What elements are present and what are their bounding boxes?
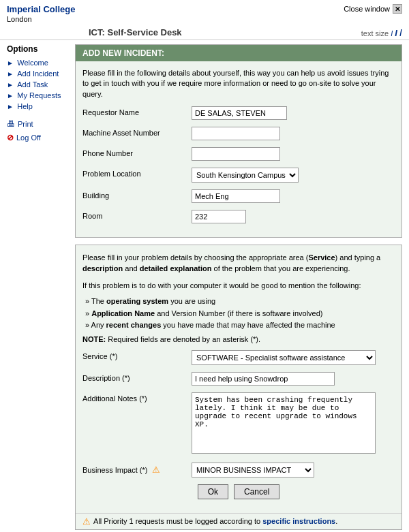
row-room: Room: [82, 210, 395, 223]
building-input[interactable]: [192, 189, 280, 203]
building-control: [192, 189, 395, 203]
bullet-intro-text: If this problem is to do with your compu…: [82, 280, 395, 292]
bullet-app: Application Name and Version Number (if …: [85, 309, 395, 319]
business-impact-select[interactable]: MINOR BUSINESS IMPACT MODERATE BUSINESS …: [192, 463, 314, 478]
arrow-icon-help: ►: [7, 103, 14, 110]
arrow-icon-welcome: ►: [7, 59, 14, 67]
print-item[interactable]: 🖶 Print: [7, 119, 75, 129]
logoff-item[interactable]: ⊘ Log Off: [7, 133, 75, 142]
row-phone-number: Phone Number: [82, 147, 395, 161]
detailed-bold: detailed explanation: [140, 264, 212, 272]
problem-location-label: Problem Location: [82, 168, 192, 178]
sidebar-link-welcome[interactable]: Welcome: [17, 59, 48, 67]
sidebar-item-help[interactable]: ► Help: [7, 101, 75, 111]
description-input[interactable]: [192, 372, 335, 386]
sidebar-link-add-incident[interactable]: Add Incident: [17, 69, 59, 78]
sidebar-item-welcome[interactable]: ► Welcome: [7, 58, 75, 67]
logo-line2: London: [7, 15, 75, 24]
panel-new-incident: ADD NEW INCIDENT: Please fill in the fol…: [75, 44, 402, 238]
panel2-intro: Please fill in your problem details by c…: [82, 252, 395, 275]
requestor-name-control: [192, 106, 395, 120]
phone-number-input[interactable]: [192, 147, 280, 161]
specific-instructions-link[interactable]: specific instructions: [262, 517, 335, 525]
panel-problem-details: Please fill in your problem details by c…: [75, 245, 402, 530]
footer-warning: ⚠ All Priority 1 requests must be logged…: [76, 513, 402, 529]
service-label: Service (*): [82, 350, 192, 360]
text-size-large[interactable]: I: [399, 27, 402, 38]
sidebar-nav: ► Welcome ► Add Incident ► Add Task ► My…: [7, 58, 75, 111]
close-button[interactable]: ✕: [393, 4, 402, 14]
description-control: [192, 372, 395, 386]
building-label: Building: [82, 189, 192, 200]
row-machine-asset: Machine Asset Number: [82, 127, 395, 140]
room-input[interactable]: [192, 210, 246, 223]
changes-bold: recent changes: [106, 321, 162, 329]
footer-warning-icon: ⚠: [82, 516, 91, 527]
note-bold: NOTE:: [82, 335, 106, 343]
logo-line1: Imperial College: [7, 4, 75, 15]
row-building: Building: [82, 189, 395, 203]
sidebar-link-help[interactable]: Help: [17, 102, 33, 110]
close-window-area: Close window ✕: [344, 4, 402, 14]
row-problem-location: Problem Location South Kensington Campus…: [82, 168, 395, 183]
os-bold: operating system: [106, 297, 168, 305]
logoff-link[interactable]: Log Off: [16, 134, 41, 142]
sidebar-extra: 🖶 Print ⊘ Log Off: [7, 119, 75, 142]
panel1-intro: Please fill in the following details abo…: [82, 68, 395, 99]
arrow-icon-add-incident: ►: [7, 70, 14, 78]
ict-label: ICT:: [89, 27, 105, 37]
additional-notes-control: System has been crashing frequently late…: [192, 392, 395, 456]
ict-title-area: ICT: Self-Service Desk: [82, 27, 361, 37]
requestor-name-input[interactable]: [192, 106, 287, 120]
additional-notes-textarea[interactable]: System has been crashing frequently late…: [192, 392, 376, 454]
row-additional-notes: Additional Notes (*) System has been cra…: [82, 392, 395, 456]
service-control: SOFTWARE - Specialist software assistanc…: [192, 350, 395, 365]
requestor-name-label: Requestor Name: [82, 106, 192, 116]
text-size-area: text size I I I: [361, 27, 402, 38]
ict-service-title: Self-Service Desk: [107, 27, 181, 37]
phone-number-control: [192, 147, 395, 161]
problem-location-select[interactable]: South Kensington Campus Hammersmith Camp…: [192, 168, 299, 183]
sidebar-link-my-requests[interactable]: My Requests: [17, 91, 61, 99]
sidebar-item-my-requests[interactable]: ► My Requests: [7, 91, 75, 100]
warning-icon: ⚠: [152, 465, 160, 475]
main-layout: Options ► Welcome ► Add Incident ► Add T…: [0, 40, 409, 532]
machine-asset-control: [192, 127, 395, 140]
sidebar-item-add-incident[interactable]: ► Add Incident: [7, 69, 75, 78]
bullet-os: The operating system you are using: [85, 296, 395, 307]
cancel-button[interactable]: Cancel: [234, 484, 279, 499]
business-impact-label: Business Impact (*) ⚠: [82, 463, 192, 475]
room-label: Room: [82, 210, 192, 220]
room-control: [192, 210, 395, 223]
logo-area: Imperial College London: [7, 4, 75, 24]
header-row: ICT: Self-Service Desk text size I I I: [0, 25, 409, 40]
sidebar-item-add-task[interactable]: ► Add Task: [7, 80, 75, 89]
service-select[interactable]: SOFTWARE - Specialist software assistanc…: [192, 350, 376, 365]
logoff-icon: ⊘: [7, 133, 14, 142]
print-link[interactable]: Print: [18, 120, 33, 128]
machine-asset-input[interactable]: [192, 127, 280, 140]
panel1-header: ADD NEW INCIDENT:: [76, 45, 402, 61]
panel2-body: Please fill in your problem details by c…: [76, 245, 402, 513]
business-impact-control: MINOR BUSINESS IMPACT MODERATE BUSINESS …: [192, 463, 395, 478]
top-bar: Imperial College London Close window ✕: [0, 0, 409, 25]
arrow-icon-add-task: ►: [7, 81, 14, 89]
print-icon: 🖶: [7, 119, 15, 129]
row-service: Service (*) SOFTWARE - Specialist softwa…: [82, 350, 395, 365]
row-requestor-name: Requestor Name: [82, 106, 395, 120]
app-bold: Application Name: [91, 309, 155, 317]
content-area: ADD NEW INCIDENT: Please fill in the fol…: [75, 44, 402, 532]
panel1-body: Please fill in the following details abo…: [76, 61, 402, 237]
phone-number-label: Phone Number: [82, 147, 192, 157]
row-business-impact: Business Impact (*) ⚠ MINOR BUSINESS IMP…: [82, 463, 395, 478]
footer-warning-text: All Priority 1 requests must be logged a…: [93, 517, 337, 525]
service-bold: Service: [308, 253, 335, 262]
description-bold: description: [82, 264, 123, 272]
text-size-small[interactable]: I: [391, 29, 393, 37]
text-size-medium[interactable]: I: [395, 28, 397, 38]
description-label: Description (*): [82, 372, 192, 382]
sidebar-link-add-task[interactable]: Add Task: [17, 80, 48, 89]
arrow-icon-my-requests: ►: [7, 92, 14, 99]
ok-button[interactable]: Ok: [198, 484, 228, 499]
button-row: Ok Cancel: [82, 484, 395, 499]
